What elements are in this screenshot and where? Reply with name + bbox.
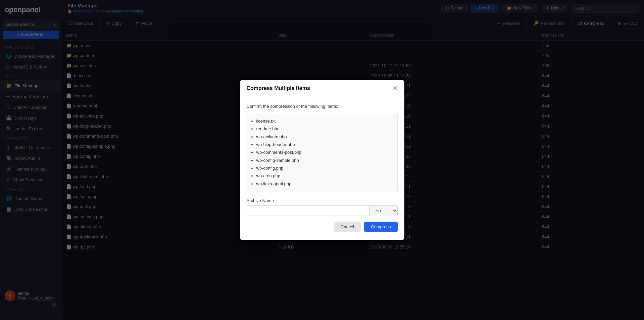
modal-compress-button[interactable]: Compress [364,222,397,232]
modal-close-button[interactable]: ✕ [393,85,398,91]
modal-file-item: wp-comments-post.php [256,148,392,156]
archive-name-input[interactable] [247,205,369,216]
modal-confirm-text: Confirm the compression of the following… [247,104,398,109]
modal-title: Compress Multiple Items [247,85,310,91]
modal-file-item: wp-config.php [256,164,392,172]
modal-file-item: wp-links-opml.php [256,180,392,188]
modal-cancel-button[interactable]: Cancel [334,222,361,232]
modal-file-item: wp-activate.php [256,133,392,141]
modal-overlay: Compress Multiple Items ✕ Confirm the co… [0,0,644,320]
modal-archive-section: Archive Name .zip.tar.gz.tar.bz2 [247,198,398,216]
archive-format-select[interactable]: .zip.tar.gz.tar.bz2 [369,205,398,216]
modal-archive-label: Archive Name [247,198,398,203]
modal-header: Compress Multiple Items ✕ [240,80,404,97]
modal-file-item: license.txt [256,117,392,125]
modal-body: Confirm the compression of the following… [240,97,404,240]
compress-modal: Compress Multiple Items ✕ Confirm the co… [240,80,404,240]
modal-file-list: license.txtreadme.htmlwp-activate.phpwp-… [247,113,398,192]
modal-file-item: readme.html [256,125,392,133]
modal-footer: Cancel Compress [247,222,398,233]
modal-file-item: wp-cron.php [256,172,392,180]
modal-files-list: license.txtreadme.htmlwp-activate.phpwp-… [256,117,392,188]
modal-archive-row: .zip.tar.gz.tar.bz2 [247,205,398,216]
modal-file-item: wp-config-sample.php [256,156,392,164]
modal-file-item: wp-blog-header.php [256,141,392,148]
